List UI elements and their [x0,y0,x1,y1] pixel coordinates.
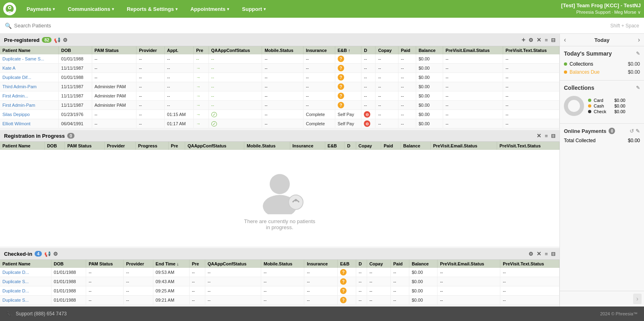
patient-balance: $0.00 [416,110,443,119]
ci-patient-mobile: -- [261,277,304,286]
table-row[interactable]: Duplicate D... 01/01/1988 -- -- 09:53 AM… [0,268,559,277]
settings-icon[interactable]: ⚙ [528,37,533,43]
patient-name[interactable]: Third Admin-Pam [0,82,59,91]
patient-pre-text: -- [503,101,559,110]
patient-name[interactable]: First Admin... [0,91,59,101]
patient-name[interactable]: Duplicate - Same S... [0,54,59,64]
patient-d: ⊝ [361,110,376,119]
reg-collapse-icon[interactable]: ⊟ [551,133,555,139]
patient-name[interactable]: Elliott Wilmont [0,119,59,128]
prev-day-button[interactable]: ‹ [564,36,566,43]
ci-patient-eb: ? [337,277,356,286]
collections-section-title-row: Collections ✎ [564,85,640,91]
nav-reports-settings[interactable]: Reports & Settings ▾ [121,4,183,14]
reg-close-icon[interactable]: ✕ [537,133,541,139]
ci-patient-provider: -- [124,268,153,277]
ci-patient-name[interactable]: Duplicate D... [0,268,51,277]
patient-name[interactable]: Kate A [0,64,59,73]
col-provider: Provider [136,46,165,54]
patient-provider: -- [136,82,165,91]
ci-patient-balance: $0.00 [409,286,437,296]
checkedin-filter-icon[interactable]: ⚙ [53,251,58,257]
online-payments-edit-icon[interactable]: ✎ [636,128,640,134]
table-row[interactable]: Duplicate S... 01/01/1988 -- -- 09:21 AM… [0,296,559,305]
refresh-icon[interactable]: ↺ [630,128,634,134]
registration-in-progress-section: Registration in Progress 0 ✕ ≡ ⊟ Patient… [0,130,559,246]
patient-qa: -- [208,91,262,101]
left-panel: Pre-registered 82 📢 ⚙ + ⚙ ✕ ≡ ⊟ Patient … [0,34,559,307]
list-icon[interactable]: ≡ [545,37,548,43]
svg-point-5 [289,195,303,209]
user-name: Phreesia Support · Meg Morse ∨ [561,9,641,15]
todays-summary-section: Today's Summary ✎ Collections $0.00 Bala… [560,46,644,81]
footer-left: 📞 Support (888) 654 7473 [6,311,67,317]
ci-patient-balance: $0.00 [409,296,437,305]
ci-patient-dob: 01/01/1988 [51,268,86,277]
table-row[interactable]: Kate A 11/11/1987 -- -- -- → -- -- -- ? … [0,64,559,73]
table-row[interactable]: First Admin... 11/11/1987 Administer PAM… [0,91,559,101]
patient-pam: Administer PAM [92,101,136,110]
table-row[interactable]: First Admin-Pam 11/11/1987 Administer PA… [0,101,559,110]
search-wrap: 🔍 Shift + Space [5,23,639,29]
checkedin-close-icon[interactable]: ✕ [537,251,541,257]
reg-list-icon[interactable]: ≡ [545,133,548,139]
ci-patient-pre-text: -- [500,296,559,305]
checkedin-settings-icon[interactable]: ⚙ [528,251,533,257]
col-balance: Balance [416,46,443,54]
checkedin-list-icon[interactable]: ≡ [545,251,548,257]
summary-edit-icon[interactable]: ✎ [636,51,640,56]
broadcast-icon[interactable]: 📢 [54,37,60,43]
balances-due-value: $0.00 [628,69,640,75]
ci-col-pre-email: PreVisit.Email.Status [438,260,500,268]
patient-paid: -- [398,82,416,91]
patient-name[interactable]: Silas Depippo [0,110,59,119]
checkedin-collapse-icon[interactable]: ⊟ [551,251,555,257]
patient-name[interactable]: First Admin-Pam [0,101,59,110]
support-phone[interactable]: Support (888) 654 7473 [16,311,67,317]
nav-support[interactable]: Support ▾ [236,4,271,14]
table-row[interactable]: Duplicate Dif... 01/01/1988 -- -- -- → -… [0,73,559,82]
nav-payments[interactable]: Payments ▾ [21,4,60,14]
ci-patient-pre-email: -- [438,277,500,286]
patient-pre-email: -- [443,82,503,91]
close-icon[interactable]: ✕ [537,37,541,43]
table-row[interactable]: Elliott Wilmont 06/04/1991 -- -- 01:17 A… [0,119,559,128]
table-row[interactable]: Third Admin-Pam 11/11/1987 Administer PA… [0,82,559,91]
filter-icon[interactable]: ⚙ [63,37,68,43]
collapse-icon[interactable]: ⊟ [551,37,555,43]
col-copay: Copay [376,46,398,54]
nav-communications[interactable]: Communications ▾ [62,4,119,14]
copyright: 2024 © Phreesia™ [600,311,638,316]
table-row[interactable]: Silas Depippo 01/23/1976 -- -- 01:15 AM … [0,110,559,119]
collections-label-wrap: Collections [564,61,593,67]
add-icon[interactable]: + [522,36,525,43]
table-row[interactable]: Duplicate S... 01/01/1988 -- -- 09:43 AM… [0,277,559,286]
search-icon: 🔍 [5,23,12,29]
patient-mobile: -- [262,110,303,119]
checked-in-table: Patient Name DOB PAM Status Provider End… [0,260,559,305]
ci-col-paid: Paid [390,260,409,268]
patient-appt: -- [165,73,194,82]
app-logo[interactable] [3,2,16,15]
empty-state-cell: There are currently no patients in progr… [0,150,559,246]
patient-balance: $0.00 [416,82,443,91]
ci-patient-name[interactable]: Duplicate S... [0,277,51,286]
check-legend-row: Check $0.00 [588,109,625,114]
ci-patient-name[interactable]: Duplicate S... [0,296,51,305]
search-input[interactable] [14,23,608,29]
reg-col-balance: Balance [400,142,430,150]
patient-name[interactable]: Duplicate Dif... [0,73,59,82]
table-row[interactable]: Duplicate - Same S... 01/01/1988 -- -- -… [0,54,559,64]
reg-col-qa: QAAppConfStatus [185,142,244,150]
table-row[interactable]: Duplicate D... 01/01/1988 -- -- 09:25 AM… [0,286,559,296]
ci-patient-copay: -- [367,277,390,286]
nav-appointments[interactable]: Appointments ▾ [185,4,235,14]
ci-patient-name[interactable]: Duplicate D... [0,286,51,296]
expand-icon[interactable]: › [633,294,642,304]
patient-mobile: -- [262,101,303,110]
next-day-button[interactable]: › [638,36,640,43]
checkedin-broadcast-icon[interactable]: 📢 [44,251,51,257]
patient-paid: -- [398,91,416,101]
col-insurance: Insurance [303,46,335,54]
collections-edit-icon[interactable]: ✎ [636,85,640,91]
